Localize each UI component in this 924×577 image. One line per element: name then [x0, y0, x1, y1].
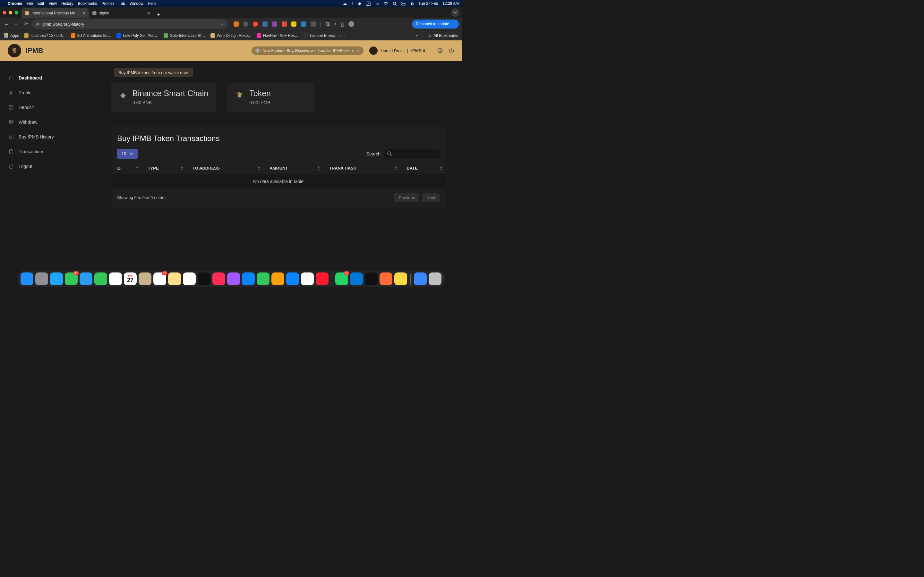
bookmarks-overflow-icon[interactable]: » — [416, 33, 418, 38]
siri-icon[interactable]: ◐ — [411, 1, 414, 6]
col-type[interactable]: TYPE▲▼ — [142, 162, 187, 174]
menu-tab[interactable]: Tab — [119, 1, 125, 6]
user-block[interactable]: Hamid Raza | IPMB 0 — [369, 47, 425, 55]
power-icon[interactable] — [449, 48, 454, 53]
new-tab-button[interactable]: + — [153, 11, 163, 18]
dock-app-mail2[interactable] — [394, 272, 407, 285]
pager-next-button[interactable]: Next — [422, 193, 439, 202]
pager-prev-button[interactable]: Previous — [394, 193, 420, 202]
site-settings-icon[interactable]: ⚙ — [36, 22, 40, 27]
metamask-icon[interactable] — [234, 21, 239, 27]
ipmb-logo-icon[interactable]: ♛ — [8, 44, 21, 57]
relaunch-update-button[interactable]: Relaunch to update ⋮ — [412, 19, 459, 29]
menu-view[interactable]: View — [48, 1, 57, 6]
battery-icon[interactable]: ▭ — [375, 1, 379, 6]
dock-app-reminders[interactable]: 13 — [153, 272, 166, 285]
menu-profiles[interactable]: Profiles — [102, 1, 115, 6]
menu-file[interactable]: File — [27, 1, 33, 6]
dock-app-trash[interactable] — [429, 272, 441, 285]
chrome-tab-active[interactable]: International Precious Metals ✕ — [21, 8, 89, 18]
dock-app-appstore[interactable] — [242, 272, 255, 285]
cast-icon[interactable]: ⧉ — [326, 21, 330, 27]
page-size-select[interactable]: 10 — [117, 149, 137, 159]
bookmark-apps[interactable]: Apps — [4, 33, 19, 38]
sidebar-item-buy-history[interactable]: Buy IPMB History — [0, 129, 107, 144]
window-close-button[interactable] — [3, 11, 6, 15]
search-input[interactable] — [385, 149, 439, 159]
extensions-puzzle-icon[interactable] — [310, 21, 316, 27]
dock-app-mail[interactable] — [79, 272, 92, 285]
sidebar-item-withdraw[interactable]: Withdraw — [0, 115, 107, 129]
menu-help[interactable]: Help — [148, 1, 156, 6]
menu-edit[interactable]: Edit — [37, 1, 44, 6]
dock-app-pages[interactable] — [271, 272, 284, 285]
bookmark-item[interactable]: NavNav - 90+ Res… — [257, 33, 298, 38]
bluetooth-icon[interactable]: ᛒ — [351, 1, 354, 6]
settings-gear-icon[interactable] — [437, 48, 443, 53]
extension-icon[interactable] — [243, 21, 248, 27]
menubar-app-name[interactable]: Chrome — [8, 1, 22, 6]
window-minimize-button[interactable] — [9, 11, 12, 15]
dock-app-opera[interactable] — [316, 272, 328, 285]
extension-icon[interactable] — [291, 21, 296, 27]
nav-back-button[interactable]: ← — [3, 21, 10, 27]
bookmark-star-icon[interactable]: ☆ — [220, 22, 224, 27]
dock-app-contacts[interactable] — [139, 272, 152, 285]
window-fullscreen-button[interactable] — [15, 11, 18, 15]
menu-bookmarks[interactable]: Bookmarks — [78, 1, 97, 6]
input-source-icon[interactable]: A — [366, 2, 371, 6]
banner-close-icon[interactable]: ✕ — [357, 48, 360, 53]
chrome-tab[interactable]: signin ✕ — [89, 8, 153, 18]
sidepanel-icon[interactable]: ▯ — [341, 21, 344, 27]
bookmark-item[interactable]: Web Design Resp… — [210, 33, 252, 38]
bookmark-item[interactable]: localhost / 127.0.0… — [24, 33, 65, 38]
extension-icon[interactable] — [301, 21, 306, 27]
dock-app-facetime[interactable] — [94, 272, 107, 285]
extension-icon[interactable] — [253, 21, 258, 27]
dock-app-chrome[interactable] — [301, 272, 314, 285]
bookmark-item[interactable]: Louane Emera - T… — [304, 33, 345, 38]
dock-app-podcasts[interactable] — [227, 272, 240, 285]
dock-app-postman[interactable] — [380, 272, 393, 285]
dock-app-freeform[interactable] — [183, 272, 196, 285]
dock-app-calendar[interactable]: FEB27 — [124, 272, 137, 285]
dock-app-whatsapp[interactable]: 16 — [335, 272, 348, 285]
profile-avatar-icon[interactable] — [349, 21, 354, 27]
menu-window[interactable]: Window — [129, 1, 144, 6]
dock-app-notes[interactable] — [168, 272, 181, 285]
col-date[interactable]: DATE▲▼ — [401, 162, 446, 174]
sidebar-item-logout[interactable]: Logout — [0, 159, 107, 174]
sidebar-item-profile[interactable]: Profile — [0, 85, 107, 100]
col-amount[interactable]: AMOUNT▲▼ — [264, 162, 323, 174]
dock-app-appletv[interactable] — [198, 272, 210, 285]
dock-app-numbers[interactable] — [257, 272, 270, 285]
dock-app-music[interactable] — [212, 272, 225, 285]
menu-history[interactable]: History — [61, 1, 73, 6]
bookmark-item[interactable]: Solo Interactive St… — [164, 33, 205, 38]
extension-icon[interactable] — [272, 21, 277, 27]
sidebar-item-transactions[interactable]: Transactions — [0, 144, 107, 159]
address-bar[interactable]: ⚙ ipmb.world/buy-history ☆ — [32, 19, 228, 29]
menubar-date[interactable]: Tue 27 Feb — [418, 1, 438, 6]
dock-app-app-store-2[interactable] — [286, 272, 299, 285]
dock-app-finder[interactable] — [21, 272, 33, 285]
nav-reload-button[interactable]: ⟳ — [23, 21, 29, 27]
tab-close-icon[interactable]: ✕ — [147, 11, 150, 16]
sidebar-item-dashboard[interactable]: Dashboard — [0, 71, 107, 85]
wifi-icon[interactable] — [383, 2, 388, 5]
extension-icon[interactable] — [282, 21, 287, 27]
col-to-address[interactable]: TO ADDRESS▲▼ — [187, 162, 264, 174]
nav-forward-button[interactable]: → — [13, 21, 19, 27]
all-bookmarks-button[interactable]: 🗀 All Bookmarks — [428, 33, 458, 38]
dock-app-launchpad[interactable] — [35, 272, 48, 285]
col-tranx-hash[interactable]: TRANX HASH▲▼ — [323, 162, 401, 174]
dock-app-safari[interactable] — [50, 272, 63, 285]
dock-app-terminal[interactable] — [365, 272, 378, 285]
col-id[interactable]: ID▲ — [111, 162, 142, 174]
control-center-icon[interactable] — [401, 2, 406, 5]
play-circle-icon[interactable]: ◉ — [358, 1, 361, 6]
spotlight-icon[interactable] — [393, 2, 397, 6]
bookmark-item[interactable]: Low-Poly Self Port… — [116, 33, 158, 38]
dock-app-downloads[interactable] — [414, 272, 427, 285]
buy-tokens-pill[interactable]: Buy IPMB tokens from our wallet now. — [114, 68, 193, 77]
